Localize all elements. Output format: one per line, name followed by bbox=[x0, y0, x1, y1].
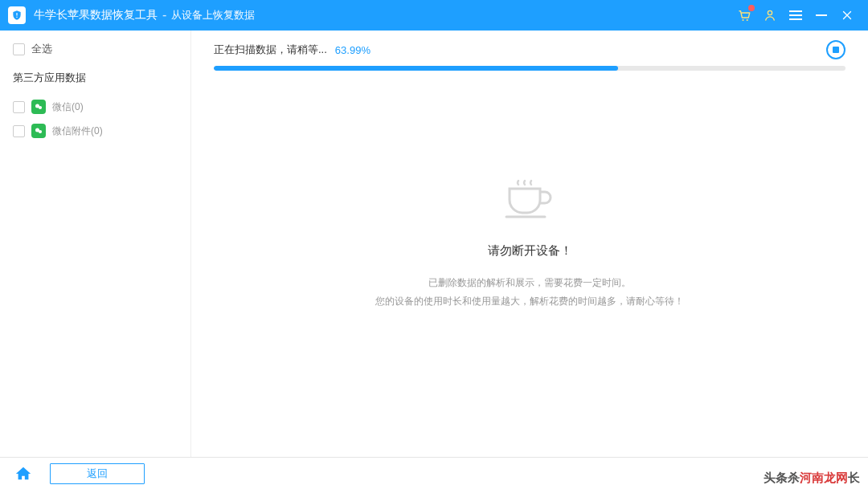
empty-desc-line1: 已删除数据的解析和展示，需要花费一定时间。 bbox=[375, 274, 684, 292]
hamburger-icon bbox=[789, 10, 802, 20]
wechat-attach-checkbox[interactable] bbox=[13, 125, 25, 137]
cart-badge-icon bbox=[748, 5, 755, 11]
cart-button[interactable] bbox=[731, 3, 757, 27]
close-button[interactable] bbox=[834, 3, 860, 27]
sidebar-item-label: 微信(0) bbox=[52, 100, 84, 114]
footer: 返回 头条杀河南龙网长 bbox=[0, 457, 868, 489]
empty-state-desc: 已删除数据的解析和展示，需要花费一定时间。 您的设备的使用时长和使用量越大，解析… bbox=[375, 274, 684, 311]
minimize-icon bbox=[816, 14, 827, 16]
wechat-icon bbox=[31, 100, 46, 114]
watermark: 头条杀河南龙网长 bbox=[764, 471, 860, 486]
svg-point-1 bbox=[747, 19, 748, 21]
body-area: 全选 第三方应用数据 微信(0) 微信附件(0) 正在扫描数据，请稍等... 6… bbox=[0, 31, 868, 457]
wechat-icon bbox=[31, 124, 46, 138]
titlebar-actions bbox=[731, 3, 860, 27]
sidebar-category-title: 第三方应用数据 bbox=[13, 71, 178, 85]
app-logo bbox=[8, 6, 26, 24]
svg-point-4 bbox=[39, 106, 42, 109]
minimize-button[interactable] bbox=[809, 3, 834, 27]
app-subtitle: 从设备上恢复数据 bbox=[171, 8, 255, 22]
sidebar-item-wechat[interactable]: 微信(0) bbox=[13, 95, 178, 119]
title-separator: - bbox=[162, 8, 166, 22]
titlebar: 牛学长苹果数据恢复工具 - 从设备上恢复数据 bbox=[0, 0, 868, 31]
app-title: 牛学长苹果数据恢复工具 bbox=[34, 8, 158, 22]
coffee-cup-icon bbox=[505, 179, 555, 219]
select-all-checkbox[interactable] bbox=[13, 43, 25, 55]
back-button-label: 返回 bbox=[87, 467, 108, 481]
empty-desc-line2: 您的设备的使用时长和使用量越大，解析花费的时间越多，请耐心等待！ bbox=[375, 292, 684, 311]
svg-point-6 bbox=[39, 130, 42, 133]
select-all-row[interactable]: 全选 bbox=[13, 42, 178, 56]
home-button[interactable] bbox=[14, 465, 32, 483]
menu-button[interactable] bbox=[783, 3, 809, 27]
wechat-checkbox[interactable] bbox=[13, 101, 25, 113]
sidebar: 全选 第三方应用数据 微信(0) 微信附件(0) bbox=[0, 31, 191, 457]
sidebar-item-wechat-attach[interactable]: 微信附件(0) bbox=[13, 119, 178, 143]
empty-state-title: 请勿断开设备！ bbox=[488, 243, 572, 259]
sidebar-item-label: 微信附件(0) bbox=[52, 124, 103, 138]
select-all-label: 全选 bbox=[31, 42, 52, 56]
user-button[interactable] bbox=[757, 3, 783, 27]
svg-point-2 bbox=[768, 10, 772, 14]
svg-point-0 bbox=[742, 19, 743, 21]
main-content: 正在扫描数据，请稍等... 63.99% 请勿断开设备！ 已删除数据的解析和展示… bbox=[191, 31, 868, 457]
empty-state: 请勿断开设备！ 已删除数据的解析和展示，需要花费一定时间。 您的设备的使用时长和… bbox=[214, 47, 845, 442]
back-button[interactable]: 返回 bbox=[50, 463, 145, 484]
